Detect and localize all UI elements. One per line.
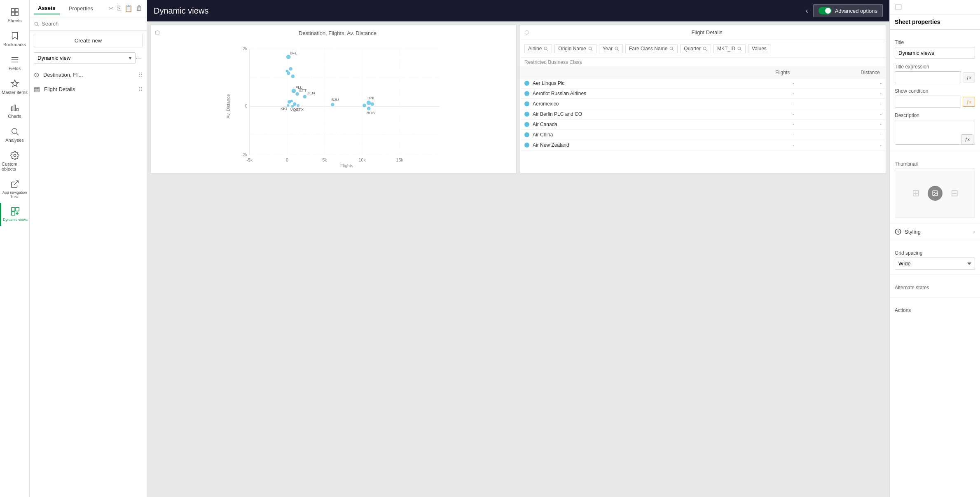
sidebar-item-fields[interactable]: Fields — [0, 51, 29, 75]
actions-label: Actions — [895, 307, 975, 313]
sidebar-item-analyses[interactable]: Analyses — [0, 123, 29, 147]
search-input[interactable] — [42, 21, 143, 27]
svg-point-68 — [544, 47, 547, 50]
styling-text: Styling — [905, 229, 921, 235]
table-row[interactable]: Aer Lingus Plc - - — [520, 78, 886, 89]
airline-name: Aer Lingus Plc — [533, 80, 707, 86]
create-new-button[interactable]: Create new — [34, 34, 143, 47]
airline-name: Aeroflot Russian Airlines — [533, 91, 707, 96]
airline-filter[interactable]: Airline — [524, 44, 552, 53]
styling-row[interactable]: Styling › — [890, 223, 980, 240]
distance-value: - — [794, 132, 882, 138]
origin-name-filter[interactable]: Origin Name — [554, 44, 596, 53]
table-row[interactable]: Air New Zealand - - — [520, 140, 886, 150]
sidebar-item-dynamic-views[interactable]: Dynamic views — [0, 203, 29, 226]
dynamic-view-select[interactable]: Dynamic view — [34, 52, 136, 63]
grid-spacing-select[interactable]: Wide Medium Narrow — [895, 258, 975, 270]
alternate-states-section: Alternate states — [890, 274, 980, 297]
show-condition-fx-button[interactable]: ƒx — [963, 97, 975, 107]
paste-icon[interactable]: 📋 — [124, 5, 133, 12]
title-field[interactable] — [895, 47, 975, 59]
tab-properties[interactable]: Properties — [65, 3, 97, 14]
mkt-id-label: MKT_ID — [717, 46, 735, 52]
export-icon[interactable]: ⬡ — [155, 29, 160, 36]
table-row[interactable]: Aeroflot Russian Airlines - - — [520, 89, 886, 99]
dimension-label: Restricted Business Class — [520, 58, 886, 67]
list-item[interactable]: ▤ Flight Details ⠿ — [30, 82, 147, 96]
alternate-states-label: Alternate states — [895, 285, 975, 291]
svg-rect-15 — [16, 208, 19, 211]
description-fx-button[interactable]: ƒx — [961, 134, 973, 144]
row-indicator — [524, 132, 529, 137]
search-mini-icon — [614, 46, 619, 51]
cut-icon[interactable]: ✂ — [108, 5, 114, 12]
nav-back-icon[interactable]: ‹ — [806, 7, 808, 15]
table-icon: ▤ — [34, 85, 40, 93]
origin-name-label: Origin Name — [558, 46, 586, 52]
scatter-chart-card: ⬡ Destination, Flights, Av. Distance — [150, 25, 517, 173]
tab-assets[interactable]: Assets — [34, 2, 60, 14]
flights-value: - — [707, 111, 795, 117]
more-options-button[interactable]: ··· — [134, 54, 143, 63]
sidebar-item-master-items[interactable]: Master items — [0, 75, 29, 99]
row-indicator — [524, 122, 529, 127]
values-filter[interactable]: Values — [748, 44, 770, 53]
title-expression-fx-button[interactable]: ƒx — [963, 73, 975, 82]
svg-point-10 — [12, 129, 17, 134]
table-export-icon[interactable]: ⬡ — [524, 29, 529, 35]
sheet-properties-body: Title Title expression ƒx Show condition… — [890, 30, 980, 151]
thumbnail-label: Thumbnail — [895, 161, 975, 167]
copy-icon[interactable]: ⎘ — [117, 5, 121, 12]
svg-rect-8 — [14, 105, 16, 111]
distance-value: - — [794, 111, 882, 117]
thumbnail-box[interactable]: ⊞ ⊟ — [895, 169, 975, 218]
fields-label: Fields — [9, 66, 21, 71]
search-mini-icon — [543, 46, 548, 51]
dynamic-views-label: Dynamic views — [3, 218, 28, 222]
show-condition-input[interactable] — [895, 96, 961, 108]
table-row[interactable]: Aeromexico - - — [520, 99, 886, 109]
year-filter[interactable]: Year — [599, 44, 623, 53]
svg-text:DEN: DEN — [306, 91, 315, 95]
palette-icon — [895, 228, 901, 235]
delete-icon[interactable]: 🗑 — [136, 5, 143, 12]
svg-rect-7 — [11, 107, 13, 111]
sidebar-item-custom-objects[interactable]: Custom objects — [0, 147, 29, 176]
svg-point-66 — [367, 107, 371, 110]
fare-class-filter[interactable]: Fare Class Name — [625, 44, 678, 53]
sidebar-item-bookmarks[interactable]: Bookmarks — [0, 27, 29, 51]
sidebar-item-app-nav[interactable]: App navigation links — [0, 176, 29, 203]
svg-rect-16 — [12, 212, 15, 215]
airline-filter-label: Airline — [528, 46, 542, 52]
dropdown-row: Dynamic view ▾ ··· — [30, 51, 147, 65]
advanced-options-toggle[interactable] — [819, 7, 832, 14]
airline-name: Air Berlin PLC and CO — [533, 111, 707, 117]
table-row[interactable]: Air Canada - - — [520, 120, 886, 130]
table-row[interactable]: Air Berlin PLC and CO - - — [520, 109, 886, 120]
quarter-filter[interactable]: Quarter — [680, 44, 711, 53]
sidebar-item-sheets[interactable]: Sheets — [0, 3, 29, 27]
list-item[interactable]: ⊙ Destination, Fli... ⠿ — [30, 68, 147, 82]
advanced-options-button[interactable]: Advanced options — [813, 4, 883, 17]
svg-text:15k: 15k — [396, 157, 404, 162]
grid-spacing-section: Grid spacing Wide Medium Narrow — [890, 240, 980, 274]
table-filters: Airline Origin Name Year Fare Class Name… — [520, 40, 886, 58]
svg-rect-2 — [11, 12, 14, 15]
mkt-id-filter[interactable]: MKT_ID — [713, 44, 746, 53]
svg-point-76 — [703, 47, 706, 50]
sidebar-item-charts[interactable]: Charts — [0, 99, 29, 123]
flights-column-header: Flights — [702, 67, 792, 78]
canvas-area: ⬡ Destination, Flights, Av. Distance — [147, 21, 889, 497]
styling-label: Styling — [895, 228, 921, 235]
title-expression-input[interactable] — [895, 71, 961, 83]
svg-line-73 — [617, 49, 619, 51]
analyses-label: Analyses — [5, 138, 24, 143]
svg-text:-5k: -5k — [246, 157, 253, 162]
table-row[interactable]: Air China - - — [520, 130, 886, 140]
master-items-label: Master items — [2, 90, 28, 95]
scatter-chart-svg: 2k 0 -2k -5k 0 5k 10k 15k Av. Distance F… — [156, 45, 511, 168]
app-nav-label: App navigation links — [2, 190, 28, 199]
svg-point-44 — [286, 70, 288, 72]
scatter-chart-icon: ⊙ — [34, 71, 39, 79]
thumbnail-upload-icon[interactable] — [928, 186, 943, 201]
